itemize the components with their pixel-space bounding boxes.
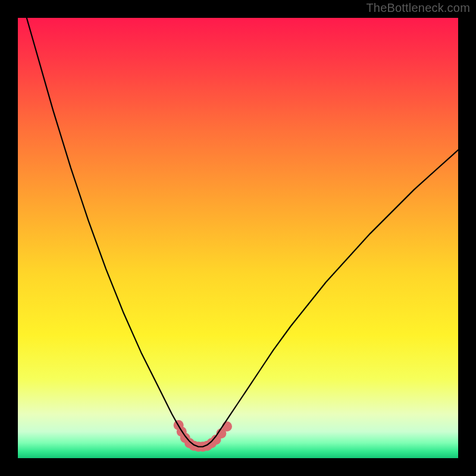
valley-dot — [222, 421, 232, 431]
chart-frame: TheBottleneck.com — [0, 0, 476, 476]
plot-area — [18, 18, 458, 458]
watermark-label: TheBottleneck.com — [366, 1, 470, 15]
bottleneck-curve-chart — [18, 18, 458, 458]
gradient-background — [18, 18, 458, 458]
